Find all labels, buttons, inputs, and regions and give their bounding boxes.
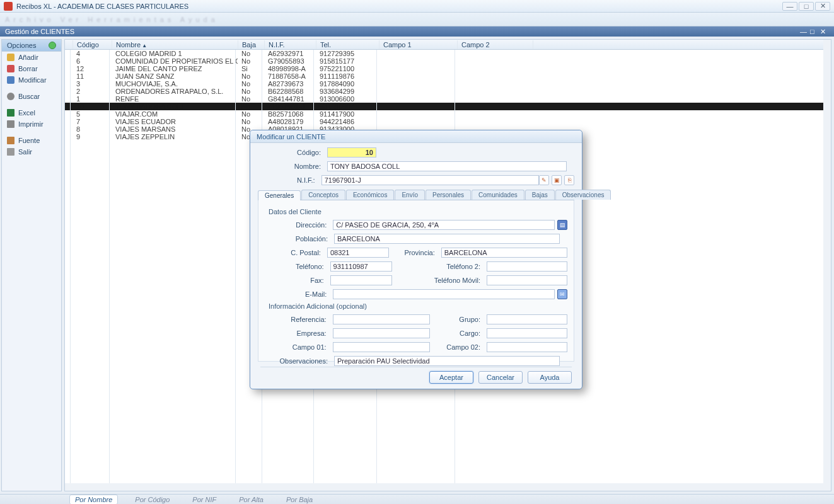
footer-tab-1[interactable]: Por Código <box>129 495 175 505</box>
input-provincia[interactable] <box>441 248 567 258</box>
footer-tab-3[interactable]: Por Alta <box>233 495 269 505</box>
label-direccion: Dirección: <box>265 221 333 229</box>
input-empresa[interactable] <box>333 328 430 338</box>
input-telefono[interactable] <box>330 261 392 272</box>
input-campo01[interactable] <box>333 342 430 352</box>
footer-tab-2[interactable]: Por NIF <box>187 495 222 505</box>
footer-tab-4[interactable]: Por Baja <box>281 495 318 505</box>
col-campo2[interactable]: Campo 2 <box>458 40 533 49</box>
sidebar-header-dot-icon <box>49 42 56 49</box>
input-movil[interactable] <box>487 275 567 285</box>
label-cpostal: C. Postal: <box>265 249 327 256</box>
ic-del-icon <box>7 65 14 72</box>
input-referencia[interactable] <box>333 314 430 324</box>
input-cpostal[interactable] <box>327 248 389 258</box>
sidebar: Opciones AñadirBorrarModificar Buscar Ex… <box>1 39 62 491</box>
sidebar-item-buscar[interactable]: Buscar <box>2 91 61 102</box>
tab-conceptos[interactable]: Conceptos <box>301 190 345 200</box>
tab-bajas[interactable]: Bajas <box>525 190 555 200</box>
sidebar-item-label: Fuente <box>18 137 40 144</box>
grid-header[interactable]: Código Nombre Baja N.I.F. Tel. Campo 1 C… <box>65 40 831 50</box>
toolbar-icon-2[interactable]: ▣ <box>552 175 562 185</box>
footer-tab-0[interactable]: Por Nombre <box>69 495 118 505</box>
dialog-footer: Aceptar Cancelar Ayuda <box>260 367 572 384</box>
label-campo01: Campo 01: <box>265 343 333 351</box>
menu-blur: Archivo Ver Herramientas Ayuda <box>5 16 219 23</box>
input-campo02[interactable] <box>487 342 567 352</box>
cancel-button[interactable]: Cancelar <box>478 371 523 384</box>
input-direccion[interactable] <box>333 220 555 230</box>
grid-vscroll[interactable] <box>823 40 831 491</box>
sidebar-item-imprimir[interactable]: Imprimir <box>2 118 61 130</box>
tab-envío[interactable]: Envío <box>395 190 425 200</box>
col-tel[interactable]: Tel. <box>316 40 379 49</box>
sub-close-button[interactable]: ✕ <box>820 28 829 35</box>
grid-body: 4COLEGIO MADRID 1NoA629329719127293956CO… <box>65 50 831 140</box>
sidebar-item-salir[interactable]: Salir <box>2 146 61 158</box>
input-grupo[interactable] <box>487 314 567 324</box>
email-send-icon[interactable]: ✉ <box>557 289 567 299</box>
footer-tabs: Por NombrePor CódigoPor NIFPor AltaPor B… <box>0 494 834 504</box>
grid-hscroll[interactable] <box>65 483 823 491</box>
sidebar-item-modificar[interactable]: Modificar <box>2 74 61 86</box>
accept-button[interactable]: Aceptar <box>429 371 473 384</box>
toolbar-icon-1[interactable]: ✎ <box>539 175 549 185</box>
app-title: Recibos XL - ACADEMIA DE CLASES PARTICUL… <box>16 3 188 10</box>
label-campo02: Campo 02: <box>430 343 487 351</box>
section-datos-cliente: Datos del Cliente <box>269 208 567 215</box>
input-nombre[interactable] <box>327 161 567 171</box>
tab-comunidades[interactable]: Comunidades <box>472 190 524 200</box>
sidebar-item-label: Buscar <box>18 93 40 100</box>
help-button[interactable]: Ayuda <box>528 371 572 384</box>
tab-observaciones[interactable]: Observaciones <box>555 190 611 200</box>
sidebar-item-excel[interactable]: Excel <box>2 107 61 118</box>
label-movil: Teléfono Móvil: <box>392 277 487 284</box>
sidebar-header-label: Opciones <box>7 42 36 49</box>
label-cargo: Cargo: <box>430 329 487 337</box>
ic-exit-icon <box>7 148 14 156</box>
maximize-button[interactable]: □ <box>799 2 814 11</box>
sidebar-item-borrar[interactable]: Borrar <box>2 63 61 74</box>
input-email[interactable] <box>333 289 555 299</box>
label-referencia: Referencia: <box>265 316 333 323</box>
input-fax[interactable] <box>330 275 392 285</box>
dialog-title-bar[interactable]: Modificar un CLIENTE <box>250 130 582 143</box>
minimize-button[interactable]: — <box>782 2 797 11</box>
col-nif[interactable]: N.I.F. <box>265 40 316 49</box>
toolbar-icon-3[interactable]: ⎘ <box>564 175 574 185</box>
tab-generales[interactable]: Generales <box>258 190 301 200</box>
sidebar-header: Opciones <box>2 40 61 52</box>
sidebar-item-añadir[interactable]: Añadir <box>2 52 61 63</box>
sub-minimize-button[interactable]: — <box>800 28 809 35</box>
input-nif[interactable] <box>321 175 539 185</box>
sub-maximize-button[interactable]: □ <box>810 28 819 35</box>
label-grupo: Grupo: <box>430 316 487 323</box>
direccion-lookup-icon[interactable]: ▤ <box>557 220 567 230</box>
subwindow-title-bar: Gestión de CLIENTES — □ ✕ <box>0 26 834 37</box>
input-observaciones[interactable] <box>334 356 560 366</box>
tab-económicos[interactable]: Económicos <box>346 190 394 200</box>
col-campo1[interactable]: Campo 1 <box>379 40 458 49</box>
dialog-title: Modificar un CLIENTE <box>257 133 325 140</box>
app-title-bar: Recibos XL - ACADEMIA DE CLASES PARTICUL… <box>0 0 834 13</box>
input-codigo[interactable] <box>327 147 376 158</box>
input-telefono2[interactable] <box>487 261 567 272</box>
app-icon <box>4 2 13 11</box>
input-cargo[interactable] <box>487 328 567 338</box>
dialog-tabs: GeneralesConceptosEconómicosEnvíoPersona… <box>258 190 574 200</box>
ic-print-icon <box>7 120 14 128</box>
tab-personales[interactable]: Personales <box>426 190 471 200</box>
tab-panel-generales: Datos del Cliente Dirección: ▤ Población… <box>258 200 574 362</box>
ic-font-icon <box>7 137 14 144</box>
label-fax: Fax: <box>265 277 330 284</box>
menu-bar[interactable]: Archivo Ver Herramientas Ayuda <box>0 13 834 26</box>
sidebar-item-fuente[interactable]: Fuente <box>2 135 61 146</box>
close-button[interactable]: ✕ <box>815 2 830 11</box>
col-nombre[interactable]: Nombre <box>112 40 238 49</box>
ic-add-icon <box>7 54 14 61</box>
ic-edit-icon <box>7 76 14 84</box>
label-observaciones: Observaciones: <box>265 357 334 365</box>
input-poblacion[interactable] <box>334 234 560 244</box>
col-baja[interactable]: Baja <box>238 40 265 49</box>
col-codigo[interactable]: Código <box>73 40 112 49</box>
